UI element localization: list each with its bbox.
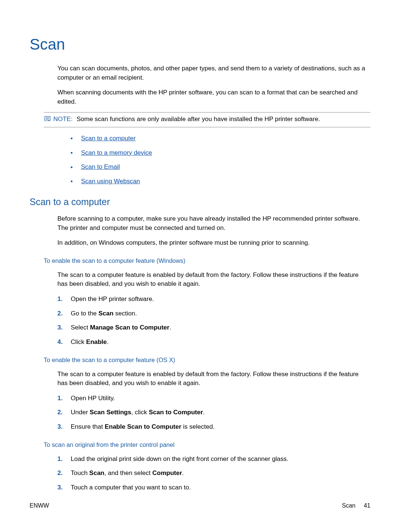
step-item: Ensure that Enable Scan to Computer is s… bbox=[57, 422, 370, 432]
step-bold: Scan bbox=[99, 310, 114, 317]
subheading-enable-osx: To enable the scan to a computer feature… bbox=[44, 356, 370, 365]
toc-list: Scan to a computer Scan to a memory devi… bbox=[70, 134, 370, 186]
step-bold: Computer bbox=[152, 469, 182, 476]
step-bold: Scan Settings bbox=[90, 409, 131, 416]
step-item: Open the HP printer software. bbox=[57, 295, 370, 304]
step-text: is selected. bbox=[181, 423, 215, 430]
toc-link-scan-memory[interactable]: Scan to a memory device bbox=[81, 148, 152, 158]
step-text: Open the HP printer software. bbox=[71, 295, 154, 302]
toc-item: Scan to a memory device bbox=[70, 148, 370, 158]
step-item: Go to the Scan section. bbox=[57, 309, 370, 318]
section-paragraph-1: Before scanning to a computer, make sure… bbox=[57, 214, 370, 232]
page-footer: ENWW Scan 41 bbox=[30, 501, 370, 510]
toc-item: Scan to Email bbox=[70, 163, 370, 172]
note-label: NOTE: bbox=[53, 116, 73, 123]
step-text: Touch a computer that you want to scan t… bbox=[71, 484, 191, 491]
step-text: Under bbox=[71, 409, 90, 416]
intro-paragraph-2: When scanning documents with the HP prin… bbox=[57, 88, 370, 106]
toc-link-scan-email[interactable]: Scan to Email bbox=[81, 163, 120, 172]
step-bold: Enable bbox=[86, 338, 107, 345]
step-bold: Enable Scan to Computer bbox=[105, 423, 181, 430]
step-item: Under Scan Settings, click Scan to Compu… bbox=[57, 408, 370, 417]
step-text: . bbox=[182, 469, 184, 476]
footer-section-label: Scan bbox=[342, 502, 355, 509]
step-text: Select bbox=[71, 324, 90, 331]
toc-item: Scan to a computer bbox=[70, 134, 370, 143]
page-title: Scan bbox=[30, 33, 370, 56]
section-heading-scan-to-computer: Scan to a computer bbox=[30, 195, 370, 208]
step-text: . bbox=[203, 409, 205, 416]
step-text: Ensure that bbox=[71, 423, 105, 430]
step-text: . bbox=[107, 338, 109, 345]
osx-intro: The scan to a computer feature is enable… bbox=[57, 370, 370, 388]
step-text: Go to the bbox=[71, 310, 99, 317]
step-item: Open HP Utility. bbox=[57, 394, 370, 403]
osx-steps: Open HP Utility. Under Scan Settings, cl… bbox=[57, 394, 370, 432]
step-text: Load the original print side down on the… bbox=[71, 455, 289, 462]
step-text: . bbox=[169, 324, 171, 331]
step-text: , click bbox=[131, 409, 149, 416]
step-item: Touch Scan, and then select Computer. bbox=[57, 469, 370, 478]
section-paragraph-2: In addition, on Windows computers, the p… bbox=[57, 238, 370, 248]
step-bold: Manage Scan to Computer bbox=[90, 324, 169, 331]
step-bold: Scan bbox=[89, 469, 104, 476]
step-item: Select Manage Scan to Computer. bbox=[57, 323, 370, 332]
footer-left: ENWW bbox=[30, 501, 49, 510]
step-text: Open HP Utility. bbox=[71, 395, 115, 402]
step-item: Load the original print side down on the… bbox=[57, 455, 370, 464]
step-text: Touch bbox=[71, 469, 89, 476]
toc-link-scan-webscan[interactable]: Scan using Webscan bbox=[81, 177, 140, 186]
footer-page-number: 41 bbox=[364, 502, 370, 509]
step-text: Click bbox=[71, 338, 86, 345]
step-item: Click Enable. bbox=[57, 338, 370, 347]
panel-steps: Load the original print side down on the… bbox=[57, 455, 370, 492]
windows-intro: The scan to a computer feature is enable… bbox=[57, 271, 370, 289]
note-text: Some scan functions are only available a… bbox=[77, 116, 320, 123]
note-callout: NOTE: Some scan functions are only avail… bbox=[44, 112, 370, 127]
step-bold: Scan to Computer bbox=[149, 409, 203, 416]
subheading-scan-from-panel: To scan an original from the printer con… bbox=[44, 441, 370, 449]
subheading-enable-windows: To enable the scan to a computer feature… bbox=[44, 257, 370, 265]
toc-link-scan-computer[interactable]: Scan to a computer bbox=[81, 134, 136, 143]
step-text: section. bbox=[113, 310, 137, 317]
intro-paragraph-1: You can scan documents, photos, and othe… bbox=[57, 64, 370, 82]
step-text: , and then select bbox=[104, 469, 152, 476]
windows-steps: Open the HP printer software. Go to the … bbox=[57, 295, 370, 347]
toc-item: Scan using Webscan bbox=[70, 177, 370, 186]
step-item: Touch a computer that you want to scan t… bbox=[57, 483, 370, 492]
note-icon bbox=[44, 115, 51, 123]
